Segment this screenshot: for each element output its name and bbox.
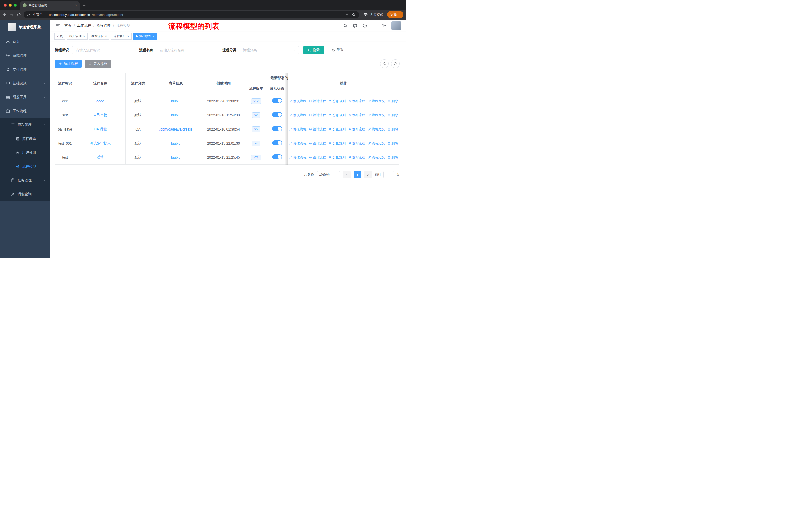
forward-button[interactable] (9, 12, 14, 17)
action-publish-process[interactable]: 发布流程 (348, 141, 365, 146)
action-publish-process[interactable]: 发布流程 (348, 127, 365, 132)
browser-update-button[interactable]: 更新 (387, 11, 404, 18)
sidebar-item-user-group[interactable]: 用户分组 (0, 146, 50, 160)
page-size-select[interactable]: 10条/页 (317, 171, 340, 178)
form-info-link[interactable]: biubiu (151, 136, 201, 151)
action-design-process[interactable]: 设计流程 (309, 155, 326, 160)
refresh-table-button[interactable] (391, 59, 400, 68)
fullscreen-icon[interactable] (372, 23, 377, 28)
active-toggle[interactable] (272, 98, 282, 103)
process-name-link[interactable]: 滔博 (75, 151, 125, 165)
close-icon[interactable]: × (153, 34, 155, 38)
action-publish-process[interactable]: 发布流程 (348, 113, 365, 117)
version-badge[interactable]: v5 (252, 127, 260, 132)
github-icon[interactable] (353, 23, 358, 28)
browser-menu-icon[interactable] (398, 12, 402, 17)
window-zoom-button[interactable] (13, 3, 17, 6)
action-delete[interactable]: 删除 (387, 113, 398, 117)
tag-home[interactable]: 首页 (54, 33, 65, 39)
action-edit-process[interactable]: 修改流程 (289, 113, 306, 117)
address-bar[interactable]: 不安全 dashboard.yudao.iocoder.cn/bpm/manag… (24, 11, 359, 18)
active-toggle[interactable] (272, 155, 282, 160)
action-edit-process[interactable]: 修改流程 (289, 155, 306, 160)
breadcrumb-item[interactable]: 首页 (64, 23, 71, 28)
bookmark-star-icon[interactable] (352, 12, 356, 17)
back-button[interactable] (2, 12, 7, 17)
sidebar-item-process-form[interactable]: 流程表单 (0, 132, 50, 146)
action-assign-rule[interactable]: 分配规则 (328, 127, 346, 132)
process-name-link[interactable]: 自己审批 (75, 108, 125, 122)
action-delete[interactable]: 删除 (387, 127, 398, 132)
action-publish-process[interactable]: 发布流程 (348, 99, 365, 103)
tag-tenant-management[interactable]: 租户管理 × (67, 33, 88, 39)
sidebar-item-payment[interactable]: 支付管理 (0, 62, 50, 76)
new-tab-button[interactable] (82, 3, 86, 7)
action-edit-process[interactable]: 修改流程 (289, 141, 306, 146)
close-icon[interactable]: × (75, 3, 77, 7)
form-info-link[interactable]: /bpm/oa/leave/create (151, 122, 201, 136)
hamburger-icon[interactable] (55, 23, 60, 28)
previous-page-button[interactable] (343, 171, 351, 178)
goto-page-input[interactable] (383, 171, 395, 178)
sidebar-item-infrastructure[interactable]: 基础设施 (0, 76, 50, 90)
create-process-button[interactable]: 新建流程 (55, 60, 82, 68)
form-info-link[interactable]: biubiu (151, 94, 201, 108)
font-size-icon[interactable] (382, 23, 386, 28)
search-button[interactable]: 搜索 (303, 46, 324, 54)
action-process-definition[interactable]: 流程定义 (368, 99, 385, 103)
help-icon[interactable] (363, 23, 367, 28)
browser-tab[interactable]: 芋道管理系统 × (20, 1, 80, 9)
action-publish-process[interactable]: 发布流程 (348, 155, 365, 160)
process-name-link[interactable]: OA 请假 (75, 122, 125, 136)
version-badge[interactable]: v4 (252, 141, 260, 146)
action-assign-rule[interactable]: 分配规则 (328, 99, 346, 103)
action-edit-process[interactable]: 修改流程 (289, 99, 306, 103)
action-assign-rule[interactable]: 分配规则 (328, 155, 346, 160)
search-icon[interactable] (343, 23, 348, 28)
close-icon[interactable]: × (83, 34, 85, 38)
next-page-button[interactable] (364, 171, 372, 178)
action-process-definition[interactable]: 流程定义 (368, 127, 385, 132)
sidebar-item-home[interactable]: 首页 (0, 35, 50, 49)
action-delete[interactable]: 删除 (387, 99, 398, 103)
close-icon[interactable]: × (127, 34, 129, 38)
form-info-link[interactable]: biubiu (151, 151, 201, 165)
active-toggle[interactable] (272, 112, 282, 117)
reload-button[interactable] (17, 12, 21, 17)
version-badge[interactable]: v17 (251, 98, 261, 104)
action-process-definition[interactable]: 流程定义 (368, 141, 385, 146)
window-close-button[interactable] (3, 3, 6, 6)
form-info-link[interactable]: biubiu (151, 108, 201, 122)
action-assign-rule[interactable]: 分配规则 (328, 141, 346, 146)
sidebar-item-process-model[interactable]: 流程模型 (0, 160, 50, 173)
action-delete[interactable]: 删除 (387, 141, 398, 146)
tag-process-model[interactable]: 流程模型 × (133, 33, 157, 39)
action-design-process[interactable]: 设计流程 (309, 141, 326, 146)
sidebar-item-system[interactable]: 系统管理 (0, 49, 50, 62)
action-process-definition[interactable]: 流程定义 (368, 155, 385, 160)
sidebar-item-devtools[interactable]: 研发工具 (0, 90, 50, 104)
toggle-search-button[interactable] (380, 59, 388, 68)
sidebar-item-process-management[interactable]: 流程管理 (0, 118, 50, 132)
action-design-process[interactable]: 设计流程 (309, 113, 326, 117)
action-design-process[interactable]: 设计流程 (309, 127, 326, 132)
breadcrumb-item[interactable]: 流程管理 (97, 23, 111, 28)
breadcrumb-item[interactable]: 工作流程 (77, 23, 91, 28)
close-icon[interactable]: × (105, 34, 107, 38)
import-process-button[interactable]: 导入流程 (85, 60, 111, 68)
active-toggle[interactable] (272, 140, 282, 145)
version-badge[interactable]: v21 (251, 155, 261, 160)
version-badge[interactable]: v2 (252, 112, 260, 118)
category-select[interactable]: 流程分类 (240, 46, 299, 54)
reset-button[interactable]: 重置 (327, 46, 348, 54)
sidebar-item-leave-query[interactable]: 请假查询 (0, 187, 50, 201)
window-controls[interactable] (0, 3, 20, 9)
tag-process-form[interactable]: 流程表单 × (111, 33, 132, 39)
action-process-definition[interactable]: 流程定义 (368, 113, 385, 117)
action-assign-rule[interactable]: 分配规则 (328, 113, 346, 117)
tag-my-process[interactable]: 我的流程 × (89, 33, 110, 39)
action-design-process[interactable]: 设计流程 (309, 99, 326, 103)
action-edit-process[interactable]: 修改流程 (289, 127, 306, 132)
password-key-icon[interactable] (344, 12, 348, 17)
process-name-link[interactable]: eeee (75, 94, 125, 108)
